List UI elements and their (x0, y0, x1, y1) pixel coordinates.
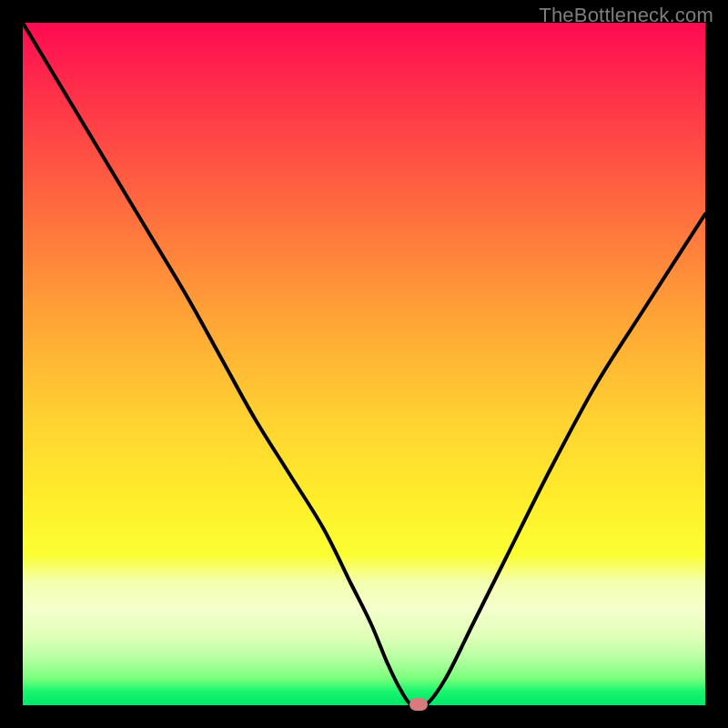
minimum-marker (410, 698, 428, 711)
chart-frame: TheBottleneck.com (0, 0, 728, 728)
bottleneck-curve (23, 23, 705, 705)
watermark-text: TheBottleneck.com (539, 4, 713, 27)
